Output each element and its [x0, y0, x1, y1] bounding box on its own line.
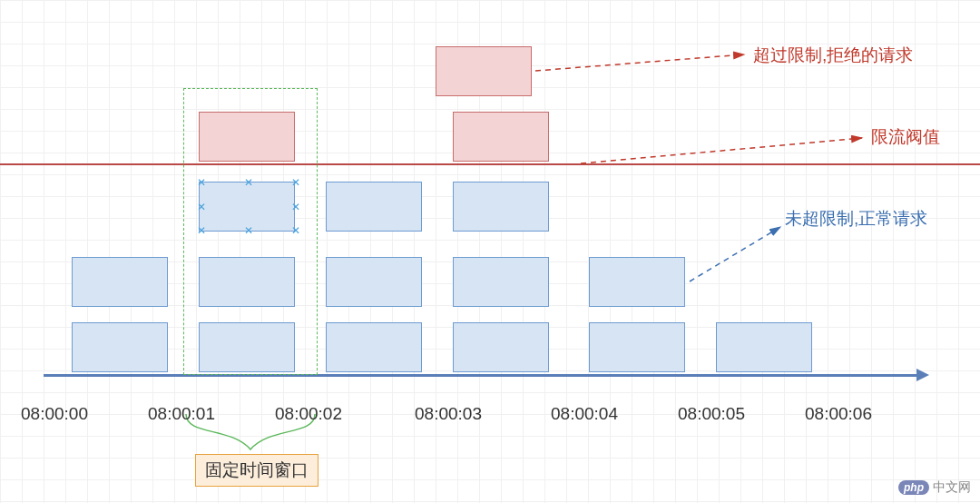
tick-label: 08:00:05: [678, 404, 745, 424]
watermark: php 中文网: [898, 479, 971, 496]
svg-line-0: [535, 54, 744, 71]
annotation-arrows: [0, 0, 980, 503]
php-badge-icon: php: [898, 480, 929, 495]
window-label: 固定时间窗口: [195, 454, 318, 487]
watermark-text: 中文网: [933, 479, 971, 496]
tick-label: 08:00:02: [275, 404, 342, 424]
tick-label: 08:00:00: [21, 404, 88, 424]
tick-label: 08:00:04: [551, 404, 618, 424]
diagram-canvas: ✕ ✕ ✕ ✕ ✕ ✕ ✕ ✕: [0, 0, 980, 503]
tick-label: 08:00:03: [415, 404, 482, 424]
tick-label: 08:00:01: [148, 404, 215, 424]
legend-normal: 未超限制,正常请求: [785, 207, 927, 231]
legend-threshold: 限流阀值: [871, 125, 940, 149]
svg-line-1: [581, 138, 862, 163]
tick-label: 08:00:06: [805, 404, 872, 424]
legend-rejected: 超过限制,拒绝的请求: [753, 44, 913, 67]
svg-line-2: [690, 227, 780, 281]
